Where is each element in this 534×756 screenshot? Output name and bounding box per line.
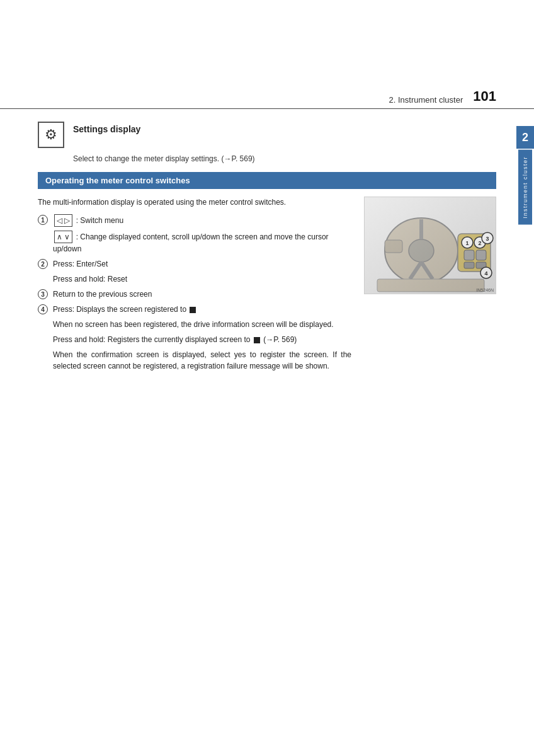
item-4-content: Press: Displays the screen registered to: [53, 304, 197, 315]
circle-num-4: 4: [38, 304, 48, 314]
diagram-box: 1 2 3 4: [364, 197, 496, 294]
header-section: 2. Instrument cluster: [389, 95, 463, 105]
svg-text:IN5246N: IN5246N: [476, 288, 494, 292]
content-area: The multi-information display is operate…: [38, 197, 496, 375]
settings-title: Settings display: [73, 124, 140, 134]
item-2-sub: Press and hold: Reset: [53, 273, 351, 285]
list-item-1: 1 ◁ ▷ : Switch menu: [38, 214, 351, 227]
item-4-note2-suffix: (→P. 569): [263, 335, 297, 344]
item-2-content: Press: Enter/Set: [53, 258, 108, 270]
circle-num-1: 1: [38, 215, 48, 225]
item-3-label: Return to the previous screen: [53, 290, 152, 299]
left-column: The multi-information display is operate…: [38, 197, 351, 375]
item-4-label: Press: Displays the screen registered to: [53, 305, 186, 314]
section-heading: Operating the meter control switches: [38, 172, 496, 189]
item-1-label: : Switch menu: [76, 216, 123, 225]
svg-rect-21: [365, 197, 496, 294]
item-4-notes: When no screen has been registered, the …: [53, 319, 351, 372]
item-3-content: Return to the previous screen: [53, 289, 152, 300]
gear-icon: ⚙: [45, 127, 57, 143]
list-item-3: 3 Return to the previous screen: [38, 289, 351, 300]
right-column: 1 2 3 4: [364, 197, 496, 375]
item-1-sub-text: : Change displayed content, scroll up/do…: [53, 232, 329, 253]
item-1-content: ◁ ▷ : Switch menu: [53, 214, 123, 227]
main-content: ⚙ Settings display Select to change the …: [0, 109, 534, 407]
item-4-note2-text: Press and hold: Registers the currently …: [53, 335, 251, 344]
black-square-icon-2: [254, 337, 260, 343]
item-4-note3: When the confirmation screen is displaye…: [53, 349, 351, 372]
page-container: 2. Instrument cluster 101 2 Instrument c…: [0, 0, 534, 756]
page-header: 2. Instrument cluster 101: [0, 0, 534, 109]
circle-num-2: 2: [38, 259, 48, 269]
item-4-note2: Press and hold: Registers the currently …: [53, 334, 351, 345]
item-4-note1: When no screen has been registered, the …: [53, 319, 351, 330]
steering-wheel-diagram: 1 2 3 4: [365, 197, 496, 294]
ud-arrows-icon: ∧ ∨: [54, 231, 72, 243]
lr-arrows-icon: ◁ ▷: [54, 214, 72, 227]
circle-num-3: 3: [38, 289, 48, 299]
item-2-sub-label: Press and hold: Reset: [53, 275, 127, 284]
list-item-4: 4 Press: Displays the screen registered …: [38, 304, 351, 315]
black-square-icon-1: [190, 307, 196, 313]
settings-icon-box: ⚙: [38, 122, 64, 148]
item-1-sub-content: ∧ ∨ : Change displayed content, scroll u…: [53, 232, 329, 253]
item-1-sub: ∧ ∨ : Change displayed content, scroll u…: [53, 231, 351, 255]
list-item-2: 2 Press: Enter/Set: [38, 258, 351, 270]
page-number: 101: [473, 88, 496, 105]
item-2-label: Press: Enter/Set: [53, 260, 108, 268]
settings-row: ⚙ Settings display: [38, 122, 496, 148]
settings-description: Select to change the meter display setti…: [73, 154, 496, 163]
intro-text: The multi-information display is operate…: [38, 197, 351, 208]
